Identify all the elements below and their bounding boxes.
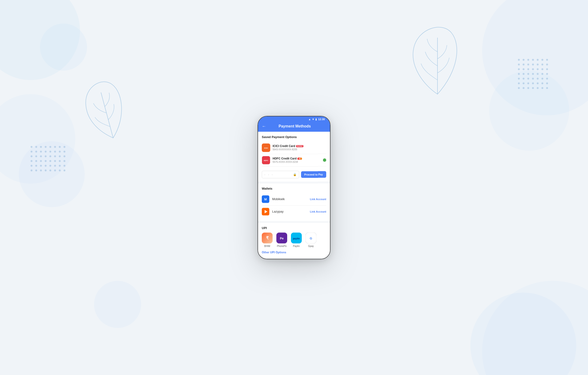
lazypay-name: Lazypay bbox=[272, 210, 310, 213]
bhim-logo: ₹ bbox=[262, 232, 273, 243]
saved-section-title: Saved Payment Options bbox=[262, 135, 326, 138]
battery-icon: ▮ bbox=[315, 118, 317, 121]
phone-screen: ▲ ▼ ▮ 12:30 ← Payment Methods Saved Paym… bbox=[258, 116, 330, 259]
bhim-label: BHIM bbox=[264, 245, 270, 247]
svg-text:M: M bbox=[264, 197, 267, 201]
bhim-upi-item[interactable]: ₹ BHIM bbox=[262, 232, 273, 247]
svg-text:paytm: paytm bbox=[293, 237, 300, 240]
lazypay-link-btn[interactable]: Link Account bbox=[310, 210, 326, 213]
mobikwik-link-btn[interactable]: Link Account bbox=[310, 198, 326, 200]
upi-section-title: UPI bbox=[262, 226, 326, 230]
saved-payment-section: Saved Payment Options ICICI ICICI Credit… bbox=[258, 132, 330, 181]
svg-text:HDFC: HDFC bbox=[264, 159, 268, 161]
paytm-label: Paytm bbox=[293, 245, 300, 247]
svg-text:ICICI: ICICI bbox=[264, 147, 268, 149]
svg-text:Pe: Pe bbox=[280, 236, 284, 240]
svg-text:G: G bbox=[310, 236, 312, 240]
phone-mockup: ▲ ▼ ▮ 12:30 ← Payment Methods Saved Paym… bbox=[258, 116, 330, 259]
cvv-input-field[interactable]: · · · 🔒 bbox=[262, 170, 299, 178]
hdfc-badge: MC bbox=[297, 157, 302, 159]
lazypay-logo bbox=[262, 208, 269, 215]
icici-badge: RUPAY bbox=[296, 145, 304, 147]
paytm-upi-item[interactable]: paytm Paytm bbox=[291, 232, 302, 247]
mobikwik-logo: M bbox=[262, 195, 269, 203]
app-header: ← Payment Methods bbox=[258, 122, 330, 132]
pay-row: · · · 🔒 Proceed to Pay bbox=[262, 168, 326, 178]
hdfc-logo: HDFC bbox=[262, 156, 270, 164]
header-title: Payment Methods bbox=[269, 124, 321, 128]
lock-icon: 🔒 bbox=[293, 173, 297, 176]
hdfc-card-info: HDFC Credit Card MC 5575-XXXX-XXXX-0234 bbox=[273, 157, 323, 163]
wallets-section: Wallets M Mobikwik Link Account bbox=[258, 183, 330, 221]
icici-card-number: 5643-XXXXXXXX-8205 bbox=[273, 148, 326, 151]
phonepe-label: PhonePe bbox=[277, 245, 286, 247]
lazypay-item: Lazypay Link Account bbox=[262, 205, 326, 218]
gpay-logo: G bbox=[305, 232, 316, 243]
upi-section: UPI bbox=[258, 223, 330, 257]
mobikwik-item: M Mobikwik Link Account bbox=[262, 193, 326, 205]
phone-content: Saved Payment Options ICICI ICICI Credit… bbox=[258, 132, 330, 259]
phonepe-upi-item[interactable]: Pe PhonePe bbox=[276, 232, 287, 247]
wifi-icon: ▲ bbox=[308, 118, 311, 121]
hdfc-card-item[interactable]: HDFC HDFC Credit Card MC 5575-XXXX-XXXX-… bbox=[262, 154, 326, 166]
hdfc-card-name: HDFC Credit Card MC bbox=[273, 157, 323, 160]
icici-logo: ICICI bbox=[262, 143, 270, 152]
hdfc-card-number: 5575-XXXX-XXXX-0234 bbox=[273, 161, 323, 163]
gpay-upi-item[interactable]: G Gpay bbox=[305, 232, 316, 247]
selected-indicator bbox=[323, 158, 326, 162]
svg-text:₹: ₹ bbox=[266, 235, 269, 240]
gpay-label: Gpay bbox=[308, 245, 314, 247]
paytm-logo: paytm bbox=[291, 232, 302, 243]
proceed-to-pay-button[interactable]: Proceed to Pay bbox=[301, 171, 326, 177]
cvv-dots: · · · bbox=[264, 172, 273, 176]
status-bar: ▲ ▼ ▮ 12:30 bbox=[258, 116, 330, 122]
upi-apps-row: ₹ BHIM Pe PhonePe bbox=[262, 232, 326, 247]
status-time: 12:30 bbox=[318, 118, 325, 121]
phonepe-logo: Pe bbox=[276, 232, 287, 243]
back-button[interactable]: ← bbox=[262, 124, 266, 128]
signal-icon: ▼ bbox=[312, 118, 315, 121]
icici-card-item[interactable]: ICICI ICICI Credit Card RUPAY 5643-XXXXX… bbox=[262, 141, 326, 154]
other-upi-link[interactable]: Other UPI Options bbox=[262, 251, 326, 254]
icici-card-info: ICICI Credit Card RUPAY 5643-XXXXXXXX-82… bbox=[273, 144, 326, 151]
icici-card-name: ICICI Credit Card RUPAY bbox=[273, 144, 326, 148]
wallets-section-title: Wallets bbox=[262, 187, 326, 190]
status-icons: ▲ ▼ ▮ bbox=[308, 118, 317, 121]
mobikwik-name: Mobikwik bbox=[272, 197, 310, 201]
